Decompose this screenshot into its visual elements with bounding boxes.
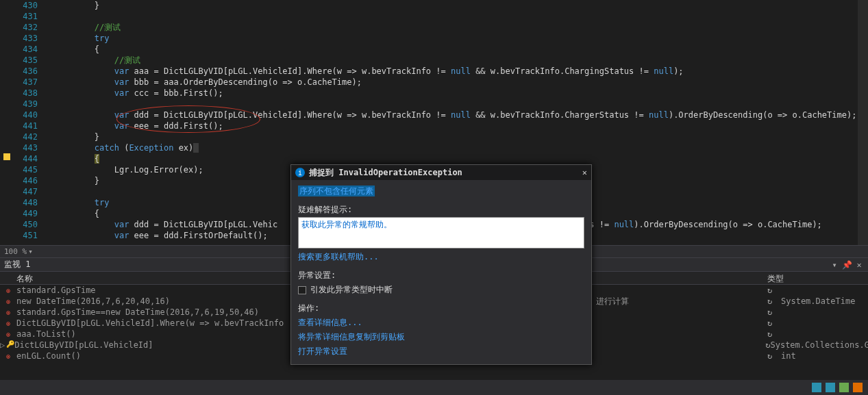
vertical-scrollbar[interactable] [858, 0, 868, 245]
dropdown-icon[interactable]: ▾ [830, 260, 839, 270]
refresh-icon[interactable]: ↻ [767, 307, 781, 317]
status-dot[interactable] [839, 383, 849, 392]
line-gutter: 4304314324334344354364374384394404414424… [0, 0, 45, 241]
close-icon[interactable]: ✕ [582, 168, 587, 177]
status-dot[interactable] [812, 383, 821, 392]
break-on-throw-checkbox[interactable] [298, 286, 306, 294]
popup-action-link[interactable]: 将异常详细信息复制到剪贴板 [298, 331, 584, 343]
watch-value: 进行计算 [596, 296, 629, 307]
watch-type: System.DateTime [781, 296, 868, 306]
watch-type: System.Collections.Ger [770, 340, 868, 350]
code-line[interactable]: var eee = ddd.First(); [55, 120, 868, 131]
popup-title: 捕捉到 InvalidOperationException [309, 167, 582, 179]
exception-popup[interactable]: i 捕捉到 InvalidOperationException ✕ 序列不包含任… [290, 164, 592, 365]
code-line[interactable] [55, 99, 868, 110]
refresh-icon[interactable]: ↻ [767, 318, 781, 328]
key-icon: 🔑 [6, 340, 14, 350]
exception-settings-label: 异常设置: [298, 270, 584, 281]
code-line[interactable]: catch (Exception ex) [55, 142, 868, 153]
breakpoint-arrow [3, 153, 10, 160]
refresh-icon[interactable]: ↻ [767, 329, 781, 339]
hints-label: 疑难解答提示: [298, 204, 584, 216]
error-icon: ⊗ [6, 298, 10, 305]
info-icon: i [295, 168, 305, 177]
code-line[interactable]: { [55, 44, 868, 55]
status-bar [0, 380, 868, 395]
code-line[interactable]: try [55, 33, 868, 44]
pin-icon[interactable]: 📌 [842, 260, 852, 270]
popup-action-link[interactable]: 打开异常设置 [298, 346, 584, 357]
status-dot[interactable] [853, 383, 863, 392]
exception-message: 序列不包含任何元素 [298, 186, 375, 196]
watch-type: int [781, 351, 868, 361]
error-icon: ⊗ [6, 353, 10, 360]
watch-col-type[interactable]: 类型 [767, 272, 868, 284]
code-line[interactable]: } [55, 0, 868, 11]
refresh-icon[interactable]: ↻ [767, 296, 781, 306]
error-icon: ⊗ [6, 287, 10, 294]
expand-icon: ▷ [0, 340, 5, 350]
code-line[interactable]: { [55, 153, 868, 164]
popup-header: i 捕捉到 InvalidOperationException ✕ [291, 165, 591, 180]
refresh-icon[interactable]: ↻ [767, 285, 781, 295]
code-line[interactable]: } [55, 131, 868, 142]
popup-action-link[interactable]: 查看详细信息... [298, 317, 584, 329]
code-line[interactable]: //测试 [55, 22, 868, 33]
actions-label: 操作: [298, 303, 584, 314]
zoom-dropdown-icon[interactable]: ▾ [28, 247, 33, 256]
error-icon: ⊗ [6, 309, 10, 316]
close-icon[interactable]: ✕ [854, 260, 864, 270]
code-line[interactable]: var ddd = DictLGLByVID[pLGL.VehicleId].W… [55, 110, 868, 120]
code-line[interactable]: var bbb = aaa.OrderByDescending(o => o.C… [55, 77, 868, 88]
error-icon: ⊗ [6, 320, 10, 327]
code-line[interactable]: var aaa = DictLGLByVID[pLGL.VehicleId].W… [55, 66, 868, 77]
hints-textbox[interactable]: 获取此异常的常规帮助。 [298, 217, 584, 249]
hints-link[interactable]: 获取此异常的常规帮助。 [301, 220, 392, 229]
zoom-value[interactable]: 100 % [0, 247, 27, 256]
code-line[interactable] [55, 11, 868, 22]
error-icon: ⊗ [6, 331, 10, 338]
refresh-icon[interactable]: ↻ [767, 351, 781, 361]
status-dot[interactable] [826, 383, 835, 392]
code-line[interactable]: var ccc = bbb.First(); [55, 88, 868, 99]
code-line[interactable]: //测试 [55, 55, 868, 66]
watch-panel-title: 监视 1 [4, 259, 30, 270]
refresh-icon[interactable]: ↻ [765, 340, 770, 350]
break-checkbox-label: 引发此异常类型时中断 [310, 284, 393, 296]
more-help-link[interactable]: 搜索更多联机帮助... [298, 251, 584, 263]
